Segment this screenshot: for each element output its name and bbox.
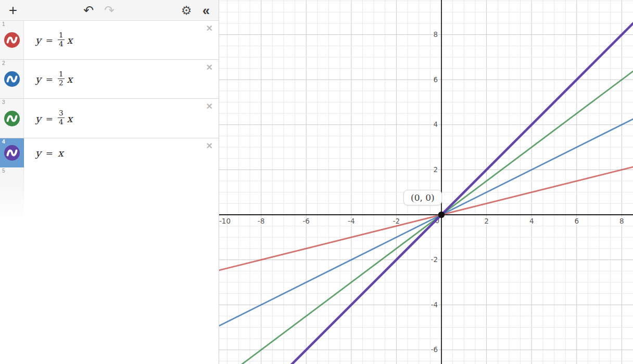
expression-gutter-4[interactable]: 4 [0,138,24,167]
fraction: 1 2 [58,70,65,87]
expression-gutter-3[interactable]: 3 [0,99,24,138]
expression-math: y = 3 4 x [35,110,72,126]
svg-text:-4: -4 [431,301,438,309]
svg-text:-8: -8 [258,217,264,225]
fraction: 3 4 [58,109,65,126]
expression-row-3[interactable]: 3 y = 3 4 x ✕ [0,99,219,138]
svg-text:2: 2 [433,165,438,174]
svg-text:8: 8 [433,30,438,38]
curve-visibility-icon[interactable] [4,71,20,87]
svg-text:4: 4 [433,120,438,128]
expression-content[interactable]: y = 1 4 x ✕ [24,21,219,59]
expression-panel: + ↶ ↷ ⚙ « 1 y = 1 4 x [0,0,219,364]
delete-expression-icon[interactable]: ✕ [206,63,213,72]
expression-index: 5 [2,168,5,174]
svg-text:-10: -10 [219,217,231,225]
curve-visibility-icon[interactable] [4,145,20,161]
expression-gutter-2[interactable]: 2 [0,60,24,98]
graph-svg[interactable]: -10-8-6-4-224688642-2-4-60 [219,0,633,364]
svg-text:-6: -6 [302,217,309,225]
expression-content-empty[interactable] [24,167,219,225]
fraction: 1 4 [58,31,65,48]
graph-paper[interactable]: -10-8-6-4-224688642-2-4-60 (0, 0) [219,0,633,364]
svg-text:-2: -2 [393,217,400,225]
expression-content[interactable]: y = x ✕ [24,138,219,167]
add-expression-button[interactable]: + [4,0,22,21]
expression-content[interactable]: y = 3 4 x ✕ [24,99,219,138]
svg-text:8: 8 [619,217,624,225]
expression-math: y = x [35,147,64,159]
svg-text:4: 4 [529,217,534,225]
expression-index: 1 [2,21,5,27]
expression-math: y = 1 2 x [35,71,72,87]
settings-gear-icon[interactable]: ⚙ [177,0,196,21]
expression-row-4-selected[interactable]: 4 y = x ✕ [0,138,219,167]
expression-index: 4 [2,139,5,145]
expression-math: y = 1 4 x [35,32,72,48]
curve-visibility-icon[interactable] [4,111,20,126]
expression-index: 2 [2,60,5,66]
expression-gutter-5: 5 [0,167,24,225]
delete-expression-icon[interactable]: ✕ [206,24,213,33]
svg-text:-4: -4 [348,217,355,225]
undo-button[interactable]: ↶ [79,0,98,21]
redo-button[interactable]: ↷ [100,0,119,21]
svg-text:6: 6 [575,217,579,225]
collapse-panel-button[interactable]: « [197,0,216,21]
expression-row-1[interactable]: 1 y = 1 4 x ✕ [0,21,219,60]
delete-expression-icon[interactable]: ✕ [206,102,213,111]
expression-toolbar: + ↶ ↷ ⚙ « [0,0,219,21]
svg-text:6: 6 [433,75,438,84]
expression-content[interactable]: y = 1 2 x ✕ [24,60,219,98]
svg-text:2: 2 [484,217,489,225]
curve-visibility-icon[interactable] [4,32,20,48]
point-label-tooltip: (0, 0) [403,190,442,205]
delete-expression-icon[interactable]: ✕ [206,142,213,150]
expression-index: 3 [2,99,5,105]
svg-text:-2: -2 [431,255,438,264]
expression-row-5-empty[interactable]: 5 [0,167,219,225]
expression-row-2[interactable]: 2 y = 1 2 x ✕ [0,60,219,99]
expression-gutter-1[interactable]: 1 [0,21,24,59]
svg-text:-6: -6 [431,345,438,354]
